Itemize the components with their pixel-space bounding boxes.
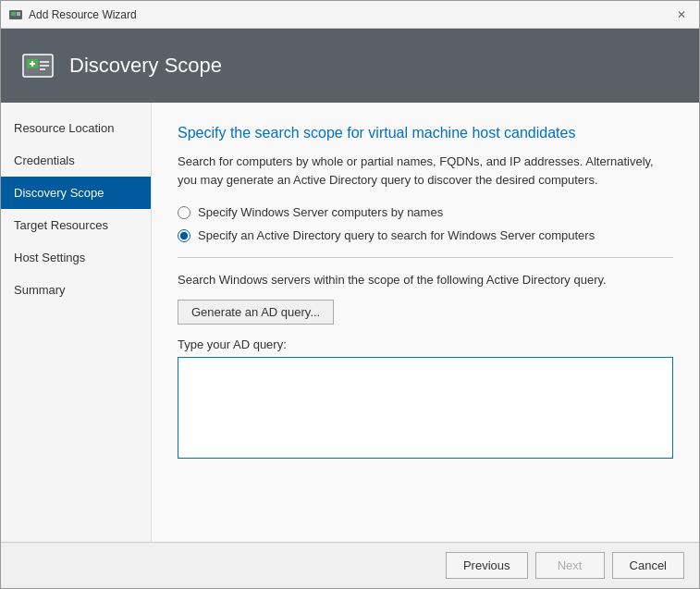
sidebar-item-summary[interactable]: Summary bbox=[1, 274, 151, 306]
svg-rect-1 bbox=[11, 12, 16, 16]
radio-group: Specify Windows Server computers by name… bbox=[178, 205, 673, 242]
title-bar-text: Add Resource Wizard bbox=[29, 8, 137, 21]
previous-button[interactable]: Previous bbox=[446, 552, 528, 579]
radio-option1[interactable] bbox=[178, 206, 190, 219]
radio-option2-item[interactable]: Specify an Active Directory query to sea… bbox=[178, 228, 673, 242]
radio-option1-item[interactable]: Specify Windows Server computers by name… bbox=[178, 205, 673, 219]
main-content: Specify the search scope for virtual mac… bbox=[152, 103, 699, 542]
generate-ad-query-button[interactable]: Generate an AD query... bbox=[178, 300, 334, 325]
radio-option2[interactable] bbox=[178, 229, 190, 242]
sidebar-item-resource-location[interactable]: Resource Location bbox=[1, 112, 151, 144]
title-bar-left: Add Resource Wizard bbox=[8, 7, 137, 22]
header-wizard-icon bbox=[19, 47, 56, 84]
sidebar-item-credentials[interactable]: Credentials bbox=[1, 144, 151, 177]
sidebar-item-discovery-scope[interactable]: Discovery Scope bbox=[1, 177, 151, 209]
radio-option2-label: Specify an Active Directory query to sea… bbox=[198, 228, 595, 242]
header: Discovery Scope bbox=[1, 29, 699, 103]
main-description: Search for computers by whole or partial… bbox=[178, 153, 673, 189]
scope-description: Search Windows servers within the scope … bbox=[178, 273, 673, 287]
next-button[interactable]: Next bbox=[535, 552, 605, 579]
title-bar: Add Resource Wizard ✕ bbox=[1, 1, 699, 29]
body: Resource Location Credentials Discovery … bbox=[1, 103, 699, 542]
footer: Previous Next Cancel bbox=[1, 542, 699, 588]
sidebar-item-target-resources[interactable]: Target Resources bbox=[1, 209, 151, 241]
sidebar-item-host-settings[interactable]: Host Settings bbox=[1, 241, 151, 274]
radio-option1-label: Specify Windows Server computers by name… bbox=[198, 205, 443, 219]
close-button[interactable]: ✕ bbox=[671, 6, 692, 23]
divider bbox=[178, 257, 673, 258]
query-textarea[interactable] bbox=[178, 357, 673, 459]
main-window: Add Resource Wizard ✕ Discovery Scope Re… bbox=[0, 0, 700, 589]
query-label: Type your AD query: bbox=[178, 337, 673, 351]
main-heading: Specify the search scope for virtual mac… bbox=[178, 125, 673, 141]
cancel-button[interactable]: Cancel bbox=[612, 552, 684, 579]
header-title: Discovery Scope bbox=[69, 54, 222, 78]
sidebar: Resource Location Credentials Discovery … bbox=[1, 103, 152, 542]
wizard-title-icon bbox=[8, 7, 23, 22]
